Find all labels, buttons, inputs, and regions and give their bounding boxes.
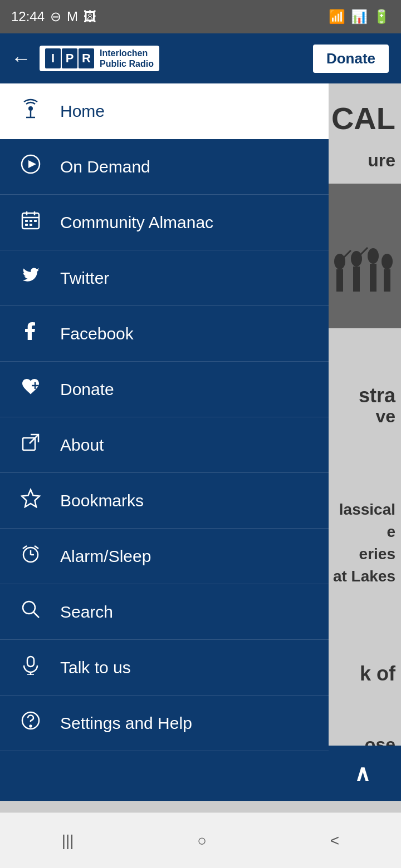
do-not-disturb-icon: ⊖ [50,9,61,24]
menu-label-facebook: Facebook [60,324,134,343]
menu-item-donate[interactable]: Donate [0,362,329,417]
top-nav: ← I P R Interlochen Public Radio Donate [0,33,401,83]
menu-item-alarm-sleep[interactable]: Alarm/Sleep [0,529,329,584]
menu-label-search: Search [60,603,113,622]
svg-point-35 [23,601,35,614]
bg-text-eries: eries [359,545,395,563]
play-circle-icon [17,154,45,179]
logo-letter-r: R [79,48,94,68]
menu-item-about[interactable]: About [0,417,329,473]
recent-apps-button[interactable]: ||| [45,826,91,855]
bg-text-at: at Lakes [333,568,395,585]
menu-item-community-almanac[interactable]: Community Almanac [0,195,329,250]
svg-line-28 [30,435,38,443]
svg-marker-15 [28,160,36,168]
facebook-icon [17,321,45,346]
menu-item-talk-to-us[interactable]: Talk to us [0,640,329,696]
bg-text-ve: ve [375,406,395,427]
scroll-up-button[interactable]: ∧ [323,746,401,801]
heart-plus-icon [17,377,45,402]
menu-item-facebook[interactable]: Facebook [0,306,329,362]
menu-item-twitter[interactable]: Twitter [0,250,329,306]
svg-rect-37 [27,657,34,667]
radio-tower-icon [17,98,45,124]
twitter-icon [17,265,45,290]
svg-rect-2 [336,269,343,292]
bg-text-stra: stra [359,384,395,407]
chevron-up-icon: ∧ [354,761,370,786]
back-button[interactable]: ← [11,47,31,70]
alarm-icon [17,544,45,569]
svg-marker-29 [22,490,40,507]
menu-label-on-demand: On Demand [60,157,150,176]
svg-line-36 [33,612,39,618]
menu-item-home[interactable]: Home [0,83,329,139]
bg-cal-text: CAL [331,100,395,136]
help-circle-icon [17,711,45,736]
menu-item-on-demand[interactable]: On Demand [0,139,329,195]
ipr-logo: I P R Interlochen Public Radio [45,48,154,69]
svg-rect-10 [384,269,390,292]
logo-letters: I P R [45,48,94,68]
menu-label-home: Home [60,102,105,121]
status-right: 📶 📊 🔋 [329,9,390,24]
battery-icon: 🔋 [373,9,390,24]
screenshot-icon: 🖼 [84,9,97,24]
menu-item-settings-help[interactable]: Settings and Help [0,696,329,751]
microphone-icon [17,655,45,680]
orchestra-image [323,184,401,328]
bg-text-ure: ure [368,150,395,171]
svg-rect-23 [25,224,28,226]
svg-point-7 [368,248,379,264]
menu-label-talk-to-us: Talk to us [60,658,131,677]
menu-label-about: About [60,436,104,455]
status-left: 12:44 ⊖ M 🖼 [11,9,97,24]
svg-point-41 [30,726,32,727]
svg-rect-24 [30,224,32,226]
svg-rect-21 [30,220,32,222]
bottom-nav: ||| ○ < [0,812,401,868]
bg-text-lassical: lassical [339,501,395,519]
search-icon [17,599,45,624]
svg-rect-5 [353,267,360,292]
status-bar: 12:44 ⊖ M 🖼 📶 📊 🔋 [0,0,401,33]
bg-text-e: e [387,523,395,541]
menu-label-alarm-sleep: Alarm/Sleep [60,547,151,566]
menu-item-bookmarks[interactable]: Bookmarks [0,473,329,529]
wifi-icon: 📶 [329,9,345,24]
menu-label-bookmarks: Bookmarks [60,491,144,510]
menu-item-search[interactable]: Search [0,584,329,640]
header-donate-button[interactable]: Donate [312,43,390,74]
external-link-icon [17,432,45,457]
menu-label-twitter: Twitter [60,269,109,288]
menu-label-settings-help: Settings and Help [60,714,192,733]
logo-container: I P R Interlochen Public Radio [40,46,159,71]
logo-letter-i: I [45,48,61,68]
svg-point-9 [382,254,393,269]
svg-point-11 [28,106,33,111]
home-button[interactable]: ○ [180,826,223,855]
svg-rect-20 [25,220,28,222]
menu-label-community-almanac: Community Almanac [60,213,213,232]
logo-letter-p: P [62,48,77,68]
back-nav-button[interactable]: < [314,826,356,855]
logo-text: Interlochen Public Radio [100,48,154,69]
bg-text-k: k of [360,662,395,685]
top-nav-left: ← I P R Interlochen Public Radio [11,46,159,71]
drawer-menu: Home On Demand Community [0,83,329,801]
menu-label-donate: Donate [60,380,114,399]
svg-rect-22 [34,220,37,222]
status-time: 12:44 [11,9,45,24]
signal-icon: 📊 [351,9,368,24]
gmail-icon: M [67,9,78,24]
orchestra-silhouette [323,184,401,328]
calendar-icon [17,210,45,235]
svg-rect-8 [370,264,376,292]
star-icon [17,488,45,513]
